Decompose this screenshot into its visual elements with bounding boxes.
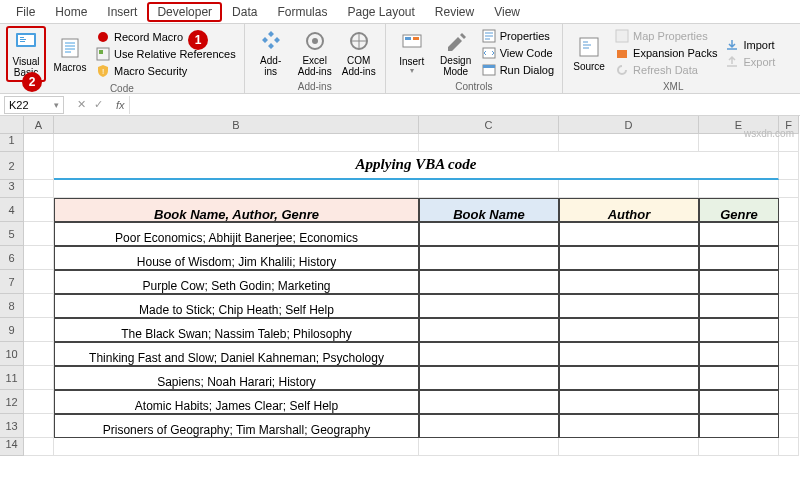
cell-f13[interactable] <box>779 414 799 438</box>
cell-b12[interactable]: Atomic Habits; James Clear; Self Help <box>54 390 419 414</box>
name-box[interactable]: K22 ▾ <box>4 96 64 114</box>
cell-f12[interactable] <box>779 390 799 414</box>
tab-review[interactable]: Review <box>425 2 484 22</box>
cell-b1[interactable] <box>54 134 419 152</box>
row-header-1[interactable]: 1 <box>0 134 24 152</box>
cell-d10[interactable] <box>559 342 699 366</box>
cell-f4[interactable] <box>779 198 799 222</box>
row-header-14[interactable]: 14 <box>0 438 24 456</box>
import-button[interactable]: Import <box>723 37 777 53</box>
addins-button[interactable]: Add- ins <box>251 26 291 80</box>
cell-c14[interactable] <box>419 438 559 456</box>
com-addins-button[interactable]: COM Add-ins <box>339 26 379 80</box>
cell-a13[interactable] <box>24 414 54 438</box>
cell-c13[interactable] <box>419 414 559 438</box>
cell-e6[interactable] <box>699 246 779 270</box>
cell-b11[interactable]: Sapiens; Noah Harari; History <box>54 366 419 390</box>
cell-c3[interactable] <box>419 180 559 198</box>
cell-f7[interactable] <box>779 270 799 294</box>
cell-c12[interactable] <box>419 390 559 414</box>
cell-c8[interactable] <box>419 294 559 318</box>
cell-f2[interactable] <box>779 152 799 180</box>
cell-a2[interactable] <box>24 152 54 180</box>
tab-view[interactable]: View <box>484 2 530 22</box>
macros-button[interactable]: Macros <box>50 26 90 82</box>
row-header-6[interactable]: 6 <box>0 246 24 270</box>
cell-e11[interactable] <box>699 366 779 390</box>
cell-e3[interactable] <box>699 180 779 198</box>
cell-b5[interactable]: Poor Economics; Abhijit Banerjee; Econom… <box>54 222 419 246</box>
macro-security-button[interactable]: ! Macro Security <box>94 63 238 79</box>
cell-b7[interactable]: Purple Cow; Seth Godin; Marketing <box>54 270 419 294</box>
design-mode-button[interactable]: Design Mode <box>436 26 476 80</box>
cell-a14[interactable] <box>24 438 54 456</box>
col-header-b[interactable]: B <box>54 116 419 134</box>
cell-a7[interactable] <box>24 270 54 294</box>
tab-data[interactable]: Data <box>222 2 267 22</box>
cell-e14[interactable] <box>699 438 779 456</box>
run-dialog-button[interactable]: Run Dialog <box>480 62 556 78</box>
row-header-5[interactable]: 5 <box>0 222 24 246</box>
row-header-9[interactable]: 9 <box>0 318 24 342</box>
insert-control-button[interactable]: Insert ▾ <box>392 26 432 80</box>
cell-a10[interactable] <box>24 342 54 366</box>
cell-f6[interactable] <box>779 246 799 270</box>
cell-a4[interactable] <box>24 198 54 222</box>
cell-d9[interactable] <box>559 318 699 342</box>
cell-b8[interactable]: Made to Stick; Chip Heath; Self Help <box>54 294 419 318</box>
cell-b6[interactable]: House of Wisdom; Jim Khalili; History <box>54 246 419 270</box>
cell-d6[interactable] <box>559 246 699 270</box>
cell-e9[interactable] <box>699 318 779 342</box>
formula-input[interactable] <box>129 96 800 114</box>
refresh-data-button[interactable]: Refresh Data <box>613 62 719 78</box>
row-header-12[interactable]: 12 <box>0 390 24 414</box>
col-header-c[interactable]: C <box>419 116 559 134</box>
row-header-7[interactable]: 7 <box>0 270 24 294</box>
cell-a6[interactable] <box>24 246 54 270</box>
cell-b14[interactable] <box>54 438 419 456</box>
cell-d1[interactable] <box>559 134 699 152</box>
cell-c7[interactable] <box>419 270 559 294</box>
select-all-corner[interactable] <box>0 116 24 134</box>
use-relative-refs-button[interactable]: Use Relative References <box>94 46 238 62</box>
cell-a5[interactable] <box>24 222 54 246</box>
cell-f11[interactable] <box>779 366 799 390</box>
header-author[interactable]: Author <box>559 198 699 222</box>
cell-e10[interactable] <box>699 342 779 366</box>
cell-f10[interactable] <box>779 342 799 366</box>
row-header-8[interactable]: 8 <box>0 294 24 318</box>
header-book-name[interactable]: Book Name <box>419 198 559 222</box>
row-header-4[interactable]: 4 <box>0 198 24 222</box>
cell-f9[interactable] <box>779 318 799 342</box>
cell-a9[interactable] <box>24 318 54 342</box>
excel-addins-button[interactable]: Excel Add-ins <box>295 26 335 80</box>
cell-e7[interactable] <box>699 270 779 294</box>
cell-c5[interactable] <box>419 222 559 246</box>
enter-formula-icon[interactable]: ✓ <box>91 98 106 111</box>
cell-d8[interactable] <box>559 294 699 318</box>
cell-a3[interactable] <box>24 180 54 198</box>
row-header-11[interactable]: 11 <box>0 366 24 390</box>
cell-a1[interactable] <box>24 134 54 152</box>
cell-f8[interactable] <box>779 294 799 318</box>
view-code-button[interactable]: View Code <box>480 45 556 61</box>
source-button[interactable]: Source <box>569 26 609 80</box>
tab-pagelayout[interactable]: Page Layout <box>337 2 424 22</box>
cell-b10[interactable]: Thinking Fast and Slow; Daniel Kahneman;… <box>54 342 419 366</box>
cell-d12[interactable] <box>559 390 699 414</box>
cell-f14[interactable] <box>779 438 799 456</box>
row-header-10[interactable]: 10 <box>0 342 24 366</box>
cell-d13[interactable] <box>559 414 699 438</box>
cell-b9[interactable]: The Black Swan; Nassim Taleb; Philosophy <box>54 318 419 342</box>
cell-f3[interactable] <box>779 180 799 198</box>
tab-formulas[interactable]: Formulas <box>267 2 337 22</box>
col-header-d[interactable]: D <box>559 116 699 134</box>
cell-e12[interactable] <box>699 390 779 414</box>
cell-a11[interactable] <box>24 366 54 390</box>
row-header-3[interactable]: 3 <box>0 180 24 198</box>
cell-c11[interactable] <box>419 366 559 390</box>
cell-a8[interactable] <box>24 294 54 318</box>
tab-file[interactable]: File <box>6 2 45 22</box>
cell-a12[interactable] <box>24 390 54 414</box>
cell-c1[interactable] <box>419 134 559 152</box>
